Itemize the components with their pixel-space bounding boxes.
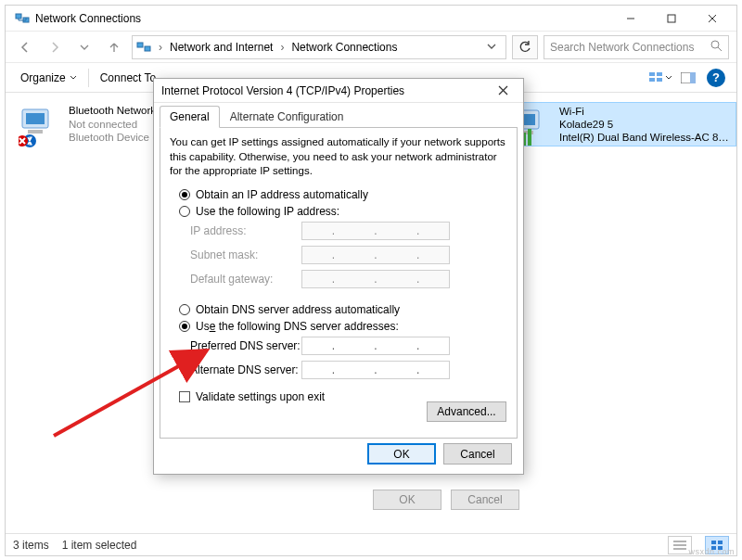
nav-recent-button[interactable]: [72, 35, 96, 59]
watermark: wsxdn.com: [688, 547, 735, 556]
organize-menu[interactable]: Organize: [13, 68, 84, 88]
adapter-ssid: Kolade29 5: [559, 118, 732, 131]
radio-use-following-dns[interactable]: Use the following DNS server addresses:: [179, 320, 507, 333]
radio-label: Obtain DNS server address automatically: [196, 303, 400, 316]
checkbox-label: Validate settings upon exit: [196, 390, 325, 403]
nav-up-button[interactable]: [102, 35, 126, 59]
ok-button[interactable]: OK: [367, 443, 436, 465]
nav-back-button[interactable]: [13, 35, 37, 59]
status-item-count: 3 items: [13, 539, 49, 552]
adapter-device: Intel(R) Dual Band Wireless-AC 82...: [559, 131, 732, 144]
tab-strip: General Alternate Configuration: [154, 105, 523, 127]
minimize-button[interactable]: [610, 6, 651, 32]
alternate-dns-label: Alternate DNS server:: [190, 363, 301, 376]
svg-rect-33: [711, 541, 716, 544]
alternate-dns-field[interactable]: ...: [301, 361, 450, 379]
dialog-close-button[interactable]: [490, 81, 516, 101]
preview-pane-button[interactable]: [675, 67, 701, 89]
svg-rect-7: [145, 46, 150, 51]
breadcrumb-icon: [136, 40, 151, 55]
checkbox-icon: [179, 391, 190, 402]
radio-icon: [179, 189, 190, 200]
dns-fields-group: Preferred DNS server: ... Alternate DNS …: [190, 337, 507, 379]
organize-label: Organize: [20, 71, 66, 84]
breadcrumb-segment[interactable]: Network and Internet: [170, 41, 273, 54]
separator: [88, 69, 89, 87]
chevron-right-icon: ›: [155, 41, 166, 54]
search-placeholder: Search Network Connections: [550, 41, 705, 54]
dialog-button-row: OK Cancel: [367, 443, 512, 465]
chevron-down-icon: [665, 74, 672, 82]
default-gateway-label: Default gateway:: [190, 273, 301, 286]
svg-rect-10: [649, 72, 655, 76]
radio-label: Use the following IP address:: [196, 205, 339, 218]
radio-label: Obtain an IP address automatically: [196, 188, 368, 201]
help-icon: ?: [707, 69, 725, 87]
tab-alternate-configuration[interactable]: Alternate Configuration: [220, 106, 354, 128]
ip-fields-group: IP address: ... Subnet mask: ... Default…: [190, 222, 507, 288]
ip-address-label: IP address:: [190, 224, 301, 237]
radio-use-following-ip[interactable]: Use the following IP address:: [179, 205, 507, 218]
underlying-ok-button[interactable]: OK: [373, 490, 441, 510]
connect-to-label: Connect To: [100, 71, 157, 84]
bluetooth-adapter-icon: [19, 104, 63, 148]
refresh-button[interactable]: [512, 35, 538, 59]
preferred-dns-field[interactable]: ...: [301, 337, 450, 355]
ipv4-properties-dialog: Internet Protocol Version 4 (TCP/IPv4) P…: [153, 78, 524, 475]
svg-rect-11: [649, 78, 655, 82]
network-connections-app-icon: [15, 11, 30, 26]
ip-address-field: ...: [301, 222, 450, 240]
svg-rect-17: [26, 113, 45, 124]
subnet-mask-label: Subnet mask:: [190, 248, 301, 261]
intro-text: You can get IP settings assigned automat…: [170, 135, 507, 179]
svg-rect-15: [690, 72, 696, 83]
dialog-titlebar[interactable]: Internet Protocol Version 4 (TCP/IPv4) P…: [154, 79, 523, 103]
svg-rect-29: [528, 129, 531, 146]
svg-rect-18: [28, 130, 43, 134]
svg-rect-0: [16, 14, 21, 19]
svg-rect-6: [137, 43, 143, 47]
svg-rect-3: [668, 15, 675, 22]
svg-rect-13: [657, 78, 662, 82]
tab-panel-general: You can get IP settings assigned automat…: [160, 127, 518, 439]
preferred-dns-label: Preferred DNS server:: [190, 339, 301, 352]
adapter-wifi[interactable]: Wi-Fi Kolade29 5 Intel(R) Dual Band Wire…: [505, 102, 736, 146]
maximize-button[interactable]: [651, 6, 692, 32]
window-title: Network Connections: [35, 12, 141, 25]
tab-general[interactable]: General: [160, 106, 220, 128]
adapter-name: Wi-Fi: [559, 105, 732, 118]
nav-forward-button[interactable]: [43, 35, 67, 59]
chevron-down-icon[interactable]: [481, 41, 502, 54]
breadcrumb-segment[interactable]: Network Connections: [291, 41, 397, 54]
subnet-mask-field: ...: [301, 246, 450, 264]
address-bar: › Network and Internet › Network Connect…: [6, 32, 736, 63]
breadcrumb[interactable]: › Network and Internet › Network Connect…: [132, 35, 506, 59]
help-button[interactable]: ?: [703, 67, 729, 89]
advanced-button[interactable]: Advanced...: [427, 401, 506, 422]
radio-icon: [179, 206, 190, 217]
radio-obtain-ip-auto[interactable]: Obtain an IP address automatically: [179, 188, 507, 201]
svg-rect-12: [657, 72, 662, 76]
radio-label: Use the following DNS server addresses:: [196, 320, 399, 333]
dialog-title: Internet Protocol Version 4 (TCP/IPv4) P…: [161, 84, 404, 97]
radio-icon: [179, 304, 190, 315]
radio-obtain-dns-auto[interactable]: Obtain DNS server address automatically: [179, 303, 507, 316]
status-selected-count: 1 item selected: [62, 539, 137, 552]
default-gateway-field: ...: [301, 270, 450, 288]
cancel-button[interactable]: Cancel: [443, 443, 512, 465]
chevron-down-icon: [70, 74, 77, 82]
radio-icon: [179, 321, 190, 332]
search-icon: [710, 40, 723, 55]
svg-rect-34: [718, 541, 723, 544]
svg-point-8: [711, 41, 719, 48]
search-input[interactable]: Search Network Connections: [544, 35, 729, 59]
titlebar[interactable]: Network Connections: [6, 6, 736, 32]
underlying-dialog-buttons: OK Cancel: [373, 490, 519, 510]
underlying-cancel-button[interactable]: Cancel: [451, 490, 519, 510]
chevron-right-icon: ›: [276, 41, 288, 54]
status-bar: 3 items 1 item selected: [6, 533, 736, 555]
close-button[interactable]: [692, 6, 733, 32]
svg-line-9: [718, 47, 722, 51]
view-options-button[interactable]: [647, 67, 673, 89]
